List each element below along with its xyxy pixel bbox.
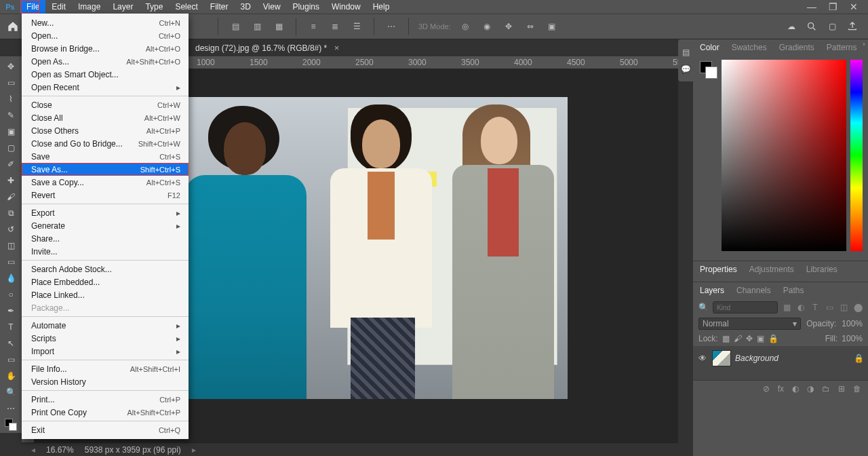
menu-select[interactable]: Select bbox=[169, 0, 203, 14]
3d-orbit-icon[interactable]: ◎ bbox=[458, 19, 473, 34]
menu-plugins[interactable]: Plugins bbox=[287, 0, 326, 14]
panel-tab-libraries[interactable]: Libraries bbox=[806, 265, 837, 278]
menu-item-scripts[interactable]: Scripts▸ bbox=[22, 332, 189, 345]
delete-layer-icon[interactable]: 🗑 bbox=[853, 384, 861, 394]
pixel-filter-icon[interactable]: ▦ bbox=[782, 303, 791, 312]
cloud-user-icon[interactable]: ☁ bbox=[785, 20, 797, 33]
blend-mode-select[interactable]: Normal▾ bbox=[698, 318, 801, 330]
close-icon[interactable]: ✕ bbox=[850, 1, 858, 12]
edit-toolbar-icon[interactable]: ⋯ bbox=[1, 400, 20, 417]
adjustment-layer-icon[interactable]: ◑ bbox=[807, 384, 814, 394]
menu-item-generate[interactable]: Generate▸ bbox=[22, 219, 189, 232]
layer-row-background[interactable]: 👁 Background 🔒 bbox=[693, 346, 868, 370]
layer-filter-icons[interactable]: ▦ ◐ T ▭ ◫ ⬤ bbox=[782, 303, 863, 312]
layer-fx-icon[interactable]: fx bbox=[778, 384, 784, 394]
zoom-tool-icon[interactable]: 🔍 bbox=[1, 384, 20, 400]
lock-image-icon[interactable]: 🖌 bbox=[734, 334, 742, 343]
menu-item-automate[interactable]: Automate▸ bbox=[22, 319, 189, 332]
shape-tool-icon[interactable]: ▭ bbox=[1, 352, 20, 368]
menu-item-open-recent[interactable]: Open Recent▸ bbox=[22, 81, 189, 94]
menu-item-print[interactable]: Print...Ctrl+P bbox=[22, 393, 189, 406]
workspace-icon[interactable]: ▢ bbox=[826, 20, 838, 33]
menu-item-place-linked[interactable]: Place Linked... bbox=[22, 288, 189, 301]
minimize-icon[interactable]: — bbox=[807, 1, 816, 12]
type-filter-icon[interactable]: T bbox=[810, 303, 820, 312]
foreground-background-swatch[interactable] bbox=[700, 61, 717, 79]
history-brush-icon[interactable]: ↺ bbox=[1, 221, 20, 238]
menu-item-invite[interactable]: Invite... bbox=[22, 245, 189, 258]
menu-layer[interactable]: Layer bbox=[106, 0, 139, 14]
panel-tab-layers[interactable]: Layers bbox=[700, 286, 724, 299]
layer-thumbnail[interactable] bbox=[712, 350, 731, 366]
marquee-tool-icon[interactable]: ▭ bbox=[1, 75, 20, 91]
panel-tab-properties[interactable]: Properties bbox=[700, 265, 737, 278]
distribute-top-icon[interactable]: ≡ bbox=[306, 19, 321, 34]
menu-item-new[interactable]: New...Ctrl+N bbox=[22, 16, 189, 29]
gradient-tool-icon[interactable]: ▭ bbox=[1, 254, 20, 270]
healing-tool-icon[interactable]: ✚ bbox=[1, 172, 20, 189]
lock-transparency-icon[interactable]: ▦ bbox=[722, 334, 730, 343]
menu-filter[interactable]: Filter bbox=[204, 0, 235, 14]
menu-item-open-as-smart-object[interactable]: Open as Smart Object... bbox=[22, 68, 189, 81]
opacity-value[interactable]: 100% bbox=[842, 319, 863, 328]
menu-item-save-as[interactable]: Save As...Shift+Ctrl+S bbox=[22, 163, 189, 176]
lasso-tool-icon[interactable]: ⌇ bbox=[1, 91, 20, 107]
quick-select-tool-icon[interactable]: ✎ bbox=[1, 107, 20, 124]
tab-close-icon[interactable]: × bbox=[334, 43, 340, 53]
crop-tool-icon[interactable]: ▣ bbox=[1, 124, 20, 140]
share-icon[interactable] bbox=[846, 20, 859, 33]
3d-roll-icon[interactable]: ◉ bbox=[479, 19, 494, 34]
hand-tool-icon[interactable]: ✋ bbox=[1, 368, 20, 384]
lock-all-icon[interactable]: 🔒 bbox=[768, 334, 778, 343]
menu-window[interactable]: Window bbox=[326, 0, 367, 14]
panel-tab-channels[interactable]: Channels bbox=[736, 286, 771, 299]
layer-filter-search-icon[interactable]: 🔍 bbox=[698, 303, 709, 312]
clone-tool-icon[interactable]: ⧉ bbox=[1, 205, 20, 221]
new-layer-icon[interactable]: ⊞ bbox=[838, 384, 845, 394]
menu-item-revert[interactable]: RevertF12 bbox=[22, 189, 189, 202]
menu-item-import[interactable]: Import▸ bbox=[22, 345, 189, 358]
panel-collapse-chevron-icon[interactable]: ›› bbox=[863, 41, 864, 48]
hue-slider[interactable] bbox=[850, 60, 863, 251]
filter-toggle-icon[interactable]: ⬤ bbox=[853, 303, 863, 312]
menu-item-open-as[interactable]: Open As...Alt+Shift+Ctrl+O bbox=[22, 55, 189, 68]
menu-3d[interactable]: 3D bbox=[234, 0, 256, 14]
panel-tab-swatches[interactable]: Swatches bbox=[732, 43, 767, 56]
path-tool-icon[interactable]: ↖ bbox=[1, 335, 20, 352]
menu-item-close-all[interactable]: Close AllAlt+Ctrl+W bbox=[22, 111, 189, 124]
panel-tab-patterns[interactable]: Patterns bbox=[827, 43, 857, 56]
lock-artboard-icon[interactable]: ▣ bbox=[757, 334, 764, 343]
align-center-icon[interactable]: ▥ bbox=[250, 19, 264, 34]
menu-item-export[interactable]: Export▸ bbox=[22, 206, 189, 219]
layer-visibility-icon[interactable]: 👁 bbox=[697, 354, 708, 363]
pen-tool-icon[interactable]: ✒ bbox=[1, 303, 20, 319]
maximize-icon[interactable]: ❐ bbox=[829, 1, 837, 12]
layer-lock-icon[interactable]: 🔒 bbox=[854, 354, 864, 363]
menu-help[interactable]: Help bbox=[367, 0, 396, 14]
align-left-icon[interactable]: ▤ bbox=[228, 19, 243, 34]
move-tool-icon[interactable]: ✥ bbox=[1, 58, 20, 75]
color-field[interactable] bbox=[722, 60, 846, 251]
menu-item-print-one-copy[interactable]: Print One CopyAlt+Shift+Ctrl+P bbox=[22, 406, 189, 419]
3d-pan-icon[interactable]: ✥ bbox=[501, 19, 516, 34]
eyedropper-tool-icon[interactable]: ✐ bbox=[1, 156, 20, 172]
search-icon[interactable] bbox=[806, 20, 818, 33]
group-layers-icon[interactable]: 🗀 bbox=[822, 384, 830, 394]
history-panel-icon[interactable]: ▤ bbox=[680, 47, 691, 58]
collapsed-panel-strip[interactable]: ▤ 💬 bbox=[678, 39, 693, 81]
menu-item-close-others[interactable]: Close OthersAlt+Ctrl+P bbox=[22, 124, 189, 137]
document-canvas[interactable] bbox=[184, 97, 568, 399]
blur-tool-icon[interactable]: 💧 bbox=[1, 270, 20, 286]
panel-tab-gradients[interactable]: Gradients bbox=[779, 43, 814, 56]
menu-item-file-info[interactable]: File Info...Alt+Shift+Ctrl+I bbox=[22, 362, 189, 375]
panel-tab-paths[interactable]: Paths bbox=[783, 286, 804, 299]
shape-filter-icon[interactable]: ▭ bbox=[825, 303, 834, 312]
menu-item-save-a-copy[interactable]: Save a Copy...Alt+Ctrl+S bbox=[22, 176, 189, 189]
3d-slide-icon[interactable]: ⇔ bbox=[523, 19, 538, 34]
adjust-filter-icon[interactable]: ◐ bbox=[796, 303, 806, 312]
zoom-level[interactable]: 16.67% bbox=[46, 445, 74, 455]
distribute-bottom-icon[interactable]: ☰ bbox=[349, 19, 364, 34]
smart-filter-icon[interactable]: ◫ bbox=[839, 303, 848, 312]
panel-tab-color[interactable]: Color bbox=[700, 43, 719, 56]
menu-view[interactable]: View bbox=[257, 0, 287, 14]
